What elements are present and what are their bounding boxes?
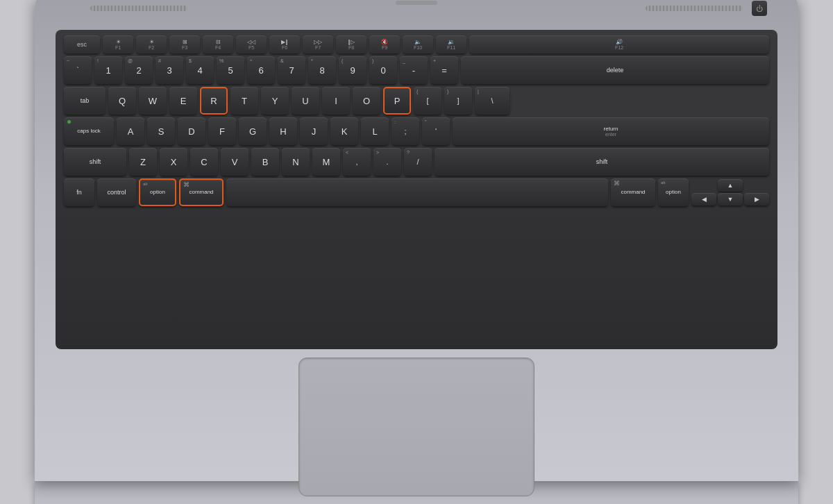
key-equals[interactable]: + = [430,56,458,84]
key-option-right[interactable]: alt option [658,178,689,206]
key-f1[interactable]: ☀ F1 [103,35,133,53]
key-f5[interactable]: ◁◁ F5 [236,35,267,53]
key-f3[interactable]: ⊞ F3 [169,35,200,53]
key-q[interactable]: Q [108,87,136,115]
key-open-bracket[interactable]: { [ [414,87,441,115]
fn-row: esc ☀ F1 ☀ F2 ⊞ F3 ⊟ F4 [64,35,769,53]
key-arrow-right[interactable]: ▶ [744,193,769,205]
key-j[interactable]: J [300,117,328,145]
key-3[interactable]: # 3 [155,56,183,84]
bottom-row: fn control alt option ⌘ command ⌘ comman [64,178,769,206]
key-e[interactable]: E [169,87,197,115]
key-control[interactable]: control [97,178,136,206]
key-l[interactable]: L [361,117,389,145]
key-d[interactable]: D [178,117,205,145]
key-delete[interactable]: delete [461,56,769,84]
key-x[interactable]: X [160,148,187,176]
keyboard: esc ☀ F1 ☀ F2 ⊞ F3 ⊟ F4 [56,30,777,349]
key-1[interactable]: ! 1 [94,56,122,84]
key-shift-right[interactable]: shift [435,148,769,176]
key-backtick[interactable]: ~ ` [64,56,92,84]
key-f12[interactable]: 🔊 F12 [469,35,769,53]
key-s[interactable]: S [147,117,175,145]
key-backslash[interactable]: | \ [475,87,510,115]
key-semicolon[interactable]: : ; [392,117,419,145]
key-esc[interactable]: esc [64,35,100,53]
power-button[interactable]: ⏻ [752,1,767,16]
key-shift-left[interactable]: shift [64,148,126,176]
laptop-body: ⏻ esc ☀ F1 ☀ F2 ⊞ F3 [35,0,798,481]
key-minus[interactable]: _ - [400,56,428,84]
key-h[interactable]: H [269,117,297,145]
key-n[interactable]: N [282,148,310,176]
zxcv-row: shift Z X C V B N [64,148,769,176]
key-c[interactable]: C [190,148,218,176]
key-y[interactable]: Y [261,87,289,115]
key-w[interactable]: W [139,87,167,115]
key-8[interactable]: * 8 [308,56,336,84]
key-z[interactable]: Z [129,148,157,176]
key-r[interactable]: R [200,87,228,115]
key-4[interactable]: $ 4 [186,56,214,84]
key-t[interactable]: T [230,87,258,115]
speaker-left [90,6,187,11]
key-option-left[interactable]: alt option [139,178,176,206]
key-b[interactable]: B [251,148,279,176]
key-command-left[interactable]: ⌘ command [179,178,224,206]
trackpad[interactable] [298,358,535,496]
key-caps-lock[interactable]: caps lock [64,117,114,145]
key-0[interactable]: ) 0 [369,56,397,84]
number-row: ~ ` ! 1 @ 2 # 3 $ 4 [64,56,769,84]
arrow-cluster: ▲ ◀ ▼ ▶ [691,179,769,205]
key-fn[interactable]: fn [64,178,94,206]
key-o[interactable]: O [353,87,380,115]
key-f8[interactable]: ‖▷ F8 [336,35,367,53]
key-enter[interactable]: return enter [453,117,769,145]
key-v[interactable]: V [221,148,249,176]
key-command-right[interactable]: ⌘ command [611,178,655,206]
key-spacebar[interactable] [226,178,608,206]
key-7[interactable]: & 7 [278,56,305,84]
speaker-right [646,6,743,11]
key-6[interactable]: ^ 6 [247,56,275,84]
qwerty-row: tab Q W E R T Y [64,87,769,115]
key-a[interactable]: A [117,117,144,145]
key-arrow-left[interactable]: ◀ [691,193,716,205]
key-close-bracket[interactable]: } ] [444,87,472,115]
key-f6[interactable]: ▶‖ F6 [269,35,300,53]
key-f[interactable]: F [208,117,236,145]
key-period[interactable]: > . [373,148,401,176]
key-f2[interactable]: ☀ F2 [136,35,167,53]
key-p[interactable]: P [383,87,411,115]
key-f11[interactable]: 🔉 F11 [436,35,466,53]
key-u[interactable]: U [292,87,319,115]
key-f4[interactable]: ⊟ F4 [203,35,233,53]
key-f9[interactable]: 🔇 F9 [369,35,400,53]
key-g[interactable]: G [239,117,267,145]
key-comma[interactable]: < , [343,148,371,176]
key-i[interactable]: I [322,87,350,115]
key-m[interactable]: M [312,148,340,176]
camera-indicator [396,1,437,5]
key-2[interactable]: @ 2 [125,56,153,84]
key-9[interactable]: ( 9 [339,56,367,84]
key-slash[interactable]: ? / [404,148,432,176]
key-k[interactable]: K [330,117,358,145]
key-arrow-down[interactable]: ▼ [718,193,743,205]
key-f7[interactable]: ▷▷ F7 [303,35,333,53]
key-arrow-up[interactable]: ▲ [718,179,743,192]
key-5[interactable]: % 5 [217,56,244,84]
key-quote[interactable]: " ' [422,117,450,145]
key-tab[interactable]: tab [64,87,106,115]
asdf-row: caps lock A S D F G H [64,117,769,145]
key-f10[interactable]: 🔈 F10 [403,35,433,53]
